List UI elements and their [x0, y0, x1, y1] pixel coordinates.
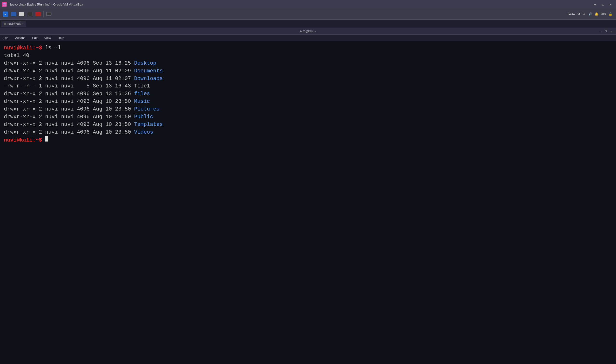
list-item: drwxr-xr-x 2 nuvi nuvi 4096 Aug 11 02:07… [4, 75, 612, 83]
vbox-close-btn[interactable]: ✕ [607, 1, 614, 8]
dir-music: Music [134, 98, 150, 105]
command-text: ls -l [42, 44, 61, 52]
virtualbox-window: Nuevo Linux Basics [Running] - Oracle VM… [0, 0, 616, 364]
inner-minimize-btn[interactable]: — [597, 29, 602, 33]
file-file1: file1 [134, 82, 150, 90]
menu-file[interactable]: File [2, 36, 10, 40]
svg-rect-11 [4, 23, 6, 25]
toolbar-kali-icon[interactable]: K [1, 10, 9, 18]
svg-rect-7 [35, 12, 41, 16]
lock-icon: 🔒 [608, 12, 613, 16]
list-item: drwxr-xr-x 2 nuvi nuvi 4096 Aug 11 02:09… [4, 67, 612, 75]
vbox-app-icon [2, 2, 7, 7]
output-total: total 40 [4, 52, 612, 60]
status-time: 04:44 PM [568, 13, 580, 16]
terminal-menubar: File Actions Edit View Help [0, 35, 616, 41]
menu-view[interactable]: View [43, 36, 53, 40]
terminal-tab-main[interactable]: nuvi@kali: ~ [1, 21, 26, 27]
inner-win-controls: — □ ✕ [597, 29, 614, 33]
terminal-cursor [45, 136, 48, 142]
inner-terminal-window: nuvi@kali: ~ — □ ✕ File Actions Edit Vie… [0, 28, 616, 364]
dir-documents: Documents [134, 67, 163, 75]
notification-icon: 🔔 [594, 12, 599, 16]
dir-desktop: Desktop [134, 60, 156, 67]
list-item: drwxr-xr-x 2 nuvi nuvi 4096 Aug 10 23:50… [4, 113, 612, 121]
list-item: drwxr-xr-x 2 nuvi nuvi 4096 Aug 10 23:50… [4, 121, 612, 129]
vbox-title: Nuevo Linux Basics [Running] - Oracle VM… [9, 3, 590, 6]
total-text: total 40 [4, 52, 29, 60]
svg-rect-9 [48, 16, 50, 16]
dir-pictures: Pictures [134, 105, 160, 113]
tab-dot-icon [4, 23, 6, 25]
vbox-toolbar: K 04:44 PM 🖥 🔊 🔔 [0, 9, 616, 20]
toolbar-blue-icon[interactable] [10, 10, 17, 18]
toolbar-red-icon[interactable] [34, 10, 42, 18]
prompt-2-text: nuvi@kali:~$ [4, 136, 42, 144]
vbox-titlebar: Nuevo Linux Basics [Running] - Oracle VM… [0, 0, 616, 9]
list-item: drwxr-xr-x 2 nuvi nuvi 4096 Aug 10 23:50… [4, 105, 612, 113]
svg-text:K: K [5, 13, 6, 16]
audio-icon: 🔊 [588, 12, 592, 16]
toolbar-separator [43, 11, 43, 18]
inner-maximize-btn[interactable]: □ [603, 29, 608, 33]
vbox-minimize-btn[interactable]: — [592, 1, 599, 8]
list-item: drwxr-xr-x 2 nuvi nuvi 4096 Aug 10 23:50… [4, 129, 612, 136]
battery-percent: 78% [601, 13, 606, 16]
dir-videos: Videos [134, 129, 153, 136]
list-item: drwxr-xr-x 2 nuvi nuvi 4096 Aug 10 23:50… [4, 98, 612, 105]
vbox-statusbar: 04:44 PM 🖥 🔊 🔔 78% 🔒 [568, 12, 615, 16]
toolbar-dark-icon[interactable] [26, 10, 34, 18]
toolbar-white-icon[interactable] [18, 10, 26, 18]
terminal-content[interactable]: nuvi@kali:~$ ls -l total 40 drwxr-xr-x 2… [0, 41, 616, 364]
toolbar-monitor-icon[interactable] [45, 10, 53, 18]
svg-rect-10 [47, 16, 50, 16]
svg-rect-8 [46, 12, 51, 16]
svg-rect-4 [11, 12, 16, 16]
menu-actions[interactable]: Actions [14, 36, 27, 40]
battery-indicator: 78% [601, 13, 606, 16]
command-line: nuvi@kali:~$ ls -l [4, 44, 612, 52]
list-item: drwxr-xr-x 2 nuvi nuvi 4096 Sep 13 16:25… [4, 60, 612, 67]
tab-label: nuvi@kali: ~ [7, 22, 23, 26]
inner-close-btn[interactable]: ✕ [609, 29, 614, 33]
list-item: -rw-r--r-- 1 nuvi nuvi 5 Sep 13 16:43 fi… [4, 82, 612, 90]
inner-title: nuvi@kali: ~ [300, 29, 316, 33]
prompt-text: nuvi@kali:~$ [4, 44, 42, 52]
svg-rect-5 [19, 12, 24, 16]
vbox-window-controls: — ☐ ✕ [592, 1, 614, 8]
dir-files: files [134, 90, 150, 98]
dir-templates: Templates [134, 121, 163, 129]
svg-rect-6 [27, 12, 32, 16]
monitor-status-icon: 🖥 [582, 12, 586, 16]
dir-downloads: Downloads [134, 75, 163, 83]
terminal-tab-bar: nuvi@kali: ~ [0, 20, 616, 28]
prompt-line-2: nuvi@kali:~$ [4, 136, 612, 144]
inner-titlebar: nuvi@kali: ~ — □ ✕ [0, 28, 616, 35]
menu-help[interactable]: Help [56, 36, 66, 40]
menu-edit[interactable]: Edit [31, 36, 39, 40]
dir-public: Public [134, 113, 153, 121]
vbox-maximize-btn[interactable]: ☐ [600, 1, 606, 8]
list-item: drwxr-xr-x 2 nuvi nuvi 4096 Sep 13 16:36… [4, 90, 612, 98]
